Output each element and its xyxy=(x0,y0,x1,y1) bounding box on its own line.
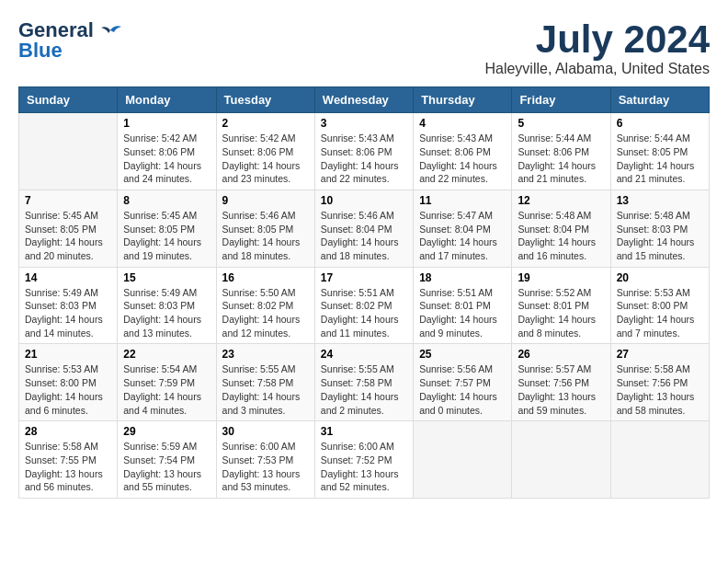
calendar-cell: 5Sunrise: 5:44 AMSunset: 8:06 PMDaylight… xyxy=(512,113,610,190)
calendar-cell: 18Sunrise: 5:51 AMSunset: 8:01 PMDayligh… xyxy=(414,267,512,344)
day-number: 29 xyxy=(123,425,210,438)
calendar-week-3: 14Sunrise: 5:49 AMSunset: 8:03 PMDayligh… xyxy=(19,267,710,344)
calendar-cell: 16Sunrise: 5:50 AMSunset: 8:02 PMDayligh… xyxy=(216,267,314,344)
day-info: Sunrise: 5:55 AMSunset: 7:58 PMDaylight:… xyxy=(321,362,407,417)
day-info: Sunrise: 5:49 AMSunset: 8:03 PMDaylight:… xyxy=(123,286,210,340)
day-info: Sunrise: 5:46 AMSunset: 8:04 PMDaylight:… xyxy=(321,209,407,263)
day-number: 10 xyxy=(321,194,407,207)
calendar-week-4: 21Sunrise: 5:53 AMSunset: 8:00 PMDayligh… xyxy=(19,344,710,421)
day-number: 6 xyxy=(617,117,703,130)
day-number: 20 xyxy=(617,271,703,284)
logo-blue: Blue xyxy=(18,39,63,63)
day-info: Sunrise: 5:58 AMSunset: 7:56 PMDaylight:… xyxy=(617,362,703,417)
day-header-friday: Friday xyxy=(512,87,610,113)
day-number: 9 xyxy=(222,194,309,207)
calendar-cell: 1Sunrise: 5:42 AMSunset: 8:06 PMDaylight… xyxy=(118,113,216,190)
day-number: 15 xyxy=(123,271,210,284)
day-info: Sunrise: 5:43 AMSunset: 8:06 PMDaylight:… xyxy=(419,132,506,186)
day-number: 31 xyxy=(321,425,407,438)
calendar-cell: 7Sunrise: 5:45 AMSunset: 8:05 PMDaylight… xyxy=(19,190,118,267)
calendar-week-2: 7Sunrise: 5:45 AMSunset: 8:05 PMDaylight… xyxy=(19,190,710,267)
calendar-week-5: 28Sunrise: 5:58 AMSunset: 7:55 PMDayligh… xyxy=(19,421,710,499)
day-info: Sunrise: 5:55 AMSunset: 7:58 PMDaylight:… xyxy=(222,362,309,417)
day-number: 16 xyxy=(222,271,309,284)
day-number: 8 xyxy=(123,194,210,207)
day-info: Sunrise: 5:46 AMSunset: 8:05 PMDaylight:… xyxy=(222,209,309,263)
day-info: Sunrise: 5:51 AMSunset: 8:01 PMDaylight:… xyxy=(419,286,506,340)
calendar-cell: 27Sunrise: 5:58 AMSunset: 7:56 PMDayligh… xyxy=(610,344,709,421)
day-info: Sunrise: 5:43 AMSunset: 8:06 PMDaylight:… xyxy=(321,132,407,186)
day-number: 13 xyxy=(617,194,703,207)
calendar-week-1: 1Sunrise: 5:42 AMSunset: 8:06 PMDaylight… xyxy=(19,113,710,190)
day-number: 22 xyxy=(123,348,210,361)
day-number: 14 xyxy=(25,271,111,284)
day-info: Sunrise: 5:59 AMSunset: 7:54 PMDaylight:… xyxy=(123,440,210,494)
day-info: Sunrise: 5:48 AMSunset: 8:04 PMDaylight:… xyxy=(518,209,604,263)
calendar-cell: 25Sunrise: 5:56 AMSunset: 7:57 PMDayligh… xyxy=(414,344,512,421)
day-info: Sunrise: 6:00 AMSunset: 7:52 PMDaylight:… xyxy=(321,440,407,494)
day-number: 11 xyxy=(419,194,506,207)
calendar-cell: 10Sunrise: 5:46 AMSunset: 8:04 PMDayligh… xyxy=(314,190,413,267)
day-info: Sunrise: 5:53 AMSunset: 8:00 PMDaylight:… xyxy=(617,286,703,340)
day-header-saturday: Saturday xyxy=(610,87,709,113)
month-title: July 2024 xyxy=(484,18,710,61)
day-number: 19 xyxy=(518,271,604,284)
day-number: 3 xyxy=(321,117,407,130)
calendar-cell: 15Sunrise: 5:49 AMSunset: 8:03 PMDayligh… xyxy=(118,267,216,344)
day-number: 2 xyxy=(222,117,309,130)
calendar-cell xyxy=(610,421,709,499)
day-info: Sunrise: 5:51 AMSunset: 8:02 PMDaylight:… xyxy=(321,286,407,340)
day-info: Sunrise: 5:58 AMSunset: 7:55 PMDaylight:… xyxy=(25,440,111,494)
calendar-cell: 11Sunrise: 5:47 AMSunset: 8:04 PMDayligh… xyxy=(414,190,512,267)
day-number: 17 xyxy=(321,271,407,284)
day-number: 21 xyxy=(25,348,111,361)
day-number: 5 xyxy=(518,117,604,130)
calendar-cell: 26Sunrise: 5:57 AMSunset: 7:56 PMDayligh… xyxy=(512,344,610,421)
calendar-cell: 6Sunrise: 5:44 AMSunset: 8:05 PMDaylight… xyxy=(610,113,709,190)
day-info: Sunrise: 5:48 AMSunset: 8:03 PMDaylight:… xyxy=(617,209,703,263)
day-header-thursday: Thursday xyxy=(414,87,512,113)
calendar-cell: 12Sunrise: 5:48 AMSunset: 8:04 PMDayligh… xyxy=(512,190,610,267)
calendar-cell: 3Sunrise: 5:43 AMSunset: 8:06 PMDaylight… xyxy=(314,113,413,190)
day-number: 7 xyxy=(25,194,111,207)
day-info: Sunrise: 5:44 AMSunset: 8:05 PMDaylight:… xyxy=(617,132,703,186)
day-info: Sunrise: 5:50 AMSunset: 8:02 PMDaylight:… xyxy=(222,286,309,340)
day-number: 30 xyxy=(222,425,309,438)
calendar-cell: 19Sunrise: 5:52 AMSunset: 8:01 PMDayligh… xyxy=(512,267,610,344)
calendar-cell: 31Sunrise: 6:00 AMSunset: 7:52 PMDayligh… xyxy=(314,421,413,499)
day-header-wednesday: Wednesday xyxy=(314,87,413,113)
day-info: Sunrise: 5:54 AMSunset: 7:59 PMDaylight:… xyxy=(123,362,210,417)
calendar-header-row: SundayMondayTuesdayWednesdayThursdayFrid… xyxy=(19,87,710,113)
calendar-cell: 30Sunrise: 6:00 AMSunset: 7:53 PMDayligh… xyxy=(216,421,314,499)
calendar-cell: 2Sunrise: 5:42 AMSunset: 8:06 PMDaylight… xyxy=(216,113,314,190)
day-info: Sunrise: 5:52 AMSunset: 8:01 PMDaylight:… xyxy=(518,286,604,340)
day-number: 18 xyxy=(419,271,506,284)
calendar-cell: 17Sunrise: 5:51 AMSunset: 8:02 PMDayligh… xyxy=(314,267,413,344)
calendar-cell xyxy=(19,113,118,190)
day-info: Sunrise: 6:00 AMSunset: 7:53 PMDaylight:… xyxy=(222,440,309,494)
day-number: 23 xyxy=(222,348,309,361)
location-title: Haleyville, Alabama, United States xyxy=(484,61,710,77)
day-info: Sunrise: 5:42 AMSunset: 8:06 PMDaylight:… xyxy=(123,132,210,186)
day-number: 28 xyxy=(25,425,111,438)
day-header-sunday: Sunday xyxy=(19,87,118,113)
day-info: Sunrise: 5:44 AMSunset: 8:06 PMDaylight:… xyxy=(518,132,604,186)
calendar-cell: 21Sunrise: 5:53 AMSunset: 8:00 PMDayligh… xyxy=(19,344,118,421)
day-info: Sunrise: 5:45 AMSunset: 8:05 PMDaylight:… xyxy=(25,209,111,263)
day-header-monday: Monday xyxy=(118,87,216,113)
day-number: 4 xyxy=(419,117,506,130)
day-info: Sunrise: 5:42 AMSunset: 8:06 PMDaylight:… xyxy=(222,132,309,186)
calendar-cell: 4Sunrise: 5:43 AMSunset: 8:06 PMDaylight… xyxy=(414,113,512,190)
logo-bird-icon xyxy=(97,21,123,40)
calendar-cell: 22Sunrise: 5:54 AMSunset: 7:59 PMDayligh… xyxy=(118,344,216,421)
day-number: 24 xyxy=(321,348,407,361)
day-info: Sunrise: 5:53 AMSunset: 8:00 PMDaylight:… xyxy=(25,362,111,417)
day-number: 12 xyxy=(518,194,604,207)
title-area: July 2024 Haleyville, Alabama, United St… xyxy=(484,18,710,77)
day-number: 27 xyxy=(617,348,703,361)
calendar-cell: 8Sunrise: 5:45 AMSunset: 8:05 PMDaylight… xyxy=(118,190,216,267)
calendar-cell: 9Sunrise: 5:46 AMSunset: 8:05 PMDaylight… xyxy=(216,190,314,267)
calendar-cell: 29Sunrise: 5:59 AMSunset: 7:54 PMDayligh… xyxy=(118,421,216,499)
day-info: Sunrise: 5:56 AMSunset: 7:57 PMDaylight:… xyxy=(419,362,506,417)
day-info: Sunrise: 5:57 AMSunset: 7:56 PMDaylight:… xyxy=(518,362,604,417)
